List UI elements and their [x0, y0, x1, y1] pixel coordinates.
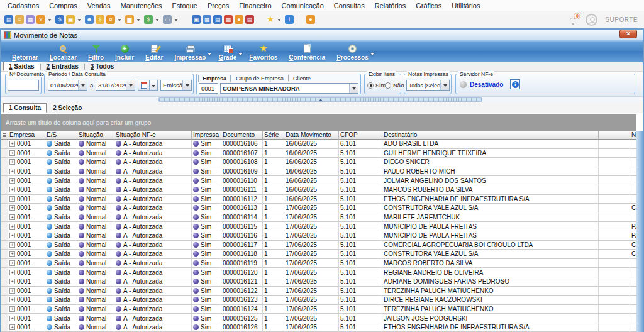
expand-row-button[interactable] [9, 224, 15, 230]
notifications-bell-icon[interactable]: 0 [568, 15, 578, 25]
column-header-impressa[interactable]: Impressa [192, 131, 221, 140]
printer-dropdown-icon[interactable] [174, 19, 178, 23]
package-icon[interactable]: ▣ [66, 15, 75, 24]
expand-row-button[interactable] [9, 150, 15, 156]
table-row[interactable]: 0001SaídaNormalA - AutorizadaSim00000161… [1, 222, 636, 231]
favoritos-button[interactable]: Favoritos [243, 41, 283, 62]
table-row[interactable]: 0001SaídaNormalA - AutorizadaSim00000161… [1, 268, 636, 277]
cart-icon[interactable]: ¤ [106, 15, 115, 24]
column-header-documento[interactable]: Documento [221, 131, 263, 140]
table-row[interactable]: 0001SaídaNormalA - AutorizadaSim00000161… [1, 176, 636, 185]
expand-row-button[interactable] [9, 159, 15, 165]
table-row[interactable]: 0001SaídaNormalA - AutorizadaSim00000161… [1, 195, 636, 204]
menu-item-estoque[interactable]: Estoque [167, 1, 203, 10]
menu-item-cadastros[interactable]: Cadastros [3, 1, 44, 10]
expand-row-button[interactable] [9, 187, 15, 192]
expand-row-button[interactable] [9, 169, 15, 174]
date-mode-combo[interactable]: Emissão [160, 80, 192, 91]
calendar-red-icon[interactable]: ▦ [224, 15, 233, 24]
date-mode-dropdown-icon[interactable] [182, 80, 191, 90]
result-tab-2-selecao[interactable]: 2 Seleção [47, 103, 87, 113]
printer-icon[interactable]: ▭ [163, 15, 172, 24]
column-header-blank-11[interactable] [599, 131, 630, 140]
view-tab-1-saidas[interactable]: 1 Saídas [3, 62, 40, 71]
menu-item-compras[interactable]: Compras [44, 1, 82, 10]
menu-item-vendas[interactable]: Vendas [82, 1, 116, 10]
table-row[interactable]: 0001SaídaNormalA - AutorizadaSim00000161… [1, 250, 636, 259]
radio-nao-icon[interactable] [385, 82, 391, 89]
monitor-icon[interactable]: ▣ [192, 15, 201, 24]
incluir-button[interactable]: Incluir [109, 41, 140, 62]
grade-dropdown-icon[interactable] [238, 53, 242, 57]
expand-row-button[interactable] [9, 279, 15, 284]
calculator-icon[interactable]: ▦ [203, 15, 211, 24]
empresa-tab-cliente[interactable]: Cliente [289, 75, 315, 82]
expand-row-button[interactable] [9, 233, 15, 238]
localizar-button[interactable]: Localizar [44, 41, 82, 62]
nfe-info-button[interactable] [510, 79, 520, 89]
editar-button[interactable]: Editar [140, 41, 169, 62]
menu-item-comunicacao[interactable]: Comunicação [277, 1, 329, 10]
expand-row-button[interactable] [9, 242, 15, 248]
menu-item-consultas[interactable]: Consultas [329, 1, 370, 10]
expand-row-button[interactable] [9, 270, 15, 275]
info-icon[interactable]: i [285, 15, 294, 24]
help-orange-icon[interactable]: ● [306, 15, 315, 24]
table-row[interactable]: 0001SaídaNormalA - AutorizadaSim00000161… [1, 149, 636, 158]
column-header-empresa[interactable]: Empresa [8, 131, 45, 140]
horizontal-splitter[interactable] [158, 97, 482, 102]
notas-impressas-dropdown-icon[interactable] [440, 80, 449, 90]
calendar-button[interactable] [138, 80, 150, 91]
retornar-button[interactable]: Retornar [6, 41, 44, 62]
empresa-code-input[interactable] [199, 83, 218, 94]
calendar-dropdown-icon[interactable] [150, 80, 158, 91]
money-bag-icon[interactable]: $ [96, 15, 104, 24]
table-row[interactable]: 0001SaídaNormalA - AutorizadaSim00000161… [1, 305, 636, 314]
view-tab-2-entradas[interactable]: 2 Entradas [41, 62, 84, 71]
table-row[interactable]: 0001SaídaNormalA - AutorizadaSim00000161… [1, 323, 636, 332]
clients-icon[interactable]: ☺ [15, 15, 24, 24]
menu-item-utilitarios[interactable]: Utilitários [447, 1, 485, 10]
view-tab-3-todos[interactable]: 3 Todos [85, 62, 120, 71]
column-header-situacao-nfe[interactable]: Situação NF-e [114, 131, 192, 140]
favorites-star-icon[interactable]: ★ [266, 15, 275, 24]
empresa-dropdown-icon[interactable] [349, 84, 358, 93]
menu-item-manutencoes[interactable]: Manutenções [115, 1, 167, 10]
date-from-combo[interactable]: 01/06/2025 [48, 80, 87, 91]
impressao-button[interactable]: Impressão [169, 41, 211, 62]
filtro-button[interactable]: Filtro [82, 41, 109, 62]
new-document-icon[interactable]: ▤ [4, 15, 13, 24]
empresa-tab-empresa[interactable]: Empresa [198, 75, 231, 82]
clock-icon[interactable]: ● [235, 15, 243, 24]
radio-sim[interactable]: Sim [367, 82, 386, 89]
table-row[interactable]: 0001SaídaNormalA - AutorizadaSim00000161… [1, 140, 636, 149]
support-label[interactable]: SUPORTE [605, 16, 638, 23]
expand-row-button[interactable] [9, 260, 15, 266]
funnel-icon[interactable]: Y [36, 15, 45, 24]
conferencia-button[interactable]: Conferência [283, 41, 331, 62]
empresa-name-combo[interactable]: COMPENSA MINERADORA [220, 83, 358, 94]
table-row[interactable]: 0001SaídaNormalA - AutorizadaSim00000161… [1, 314, 636, 323]
table-row[interactable]: 0001SaídaNormalA - AutorizadaSim00000161… [1, 287, 636, 296]
column-header-blank-0[interactable] [1, 131, 8, 140]
funnel-dropdown-icon[interactable] [48, 19, 52, 23]
column-header-situacao[interactable]: Situação [77, 131, 114, 140]
expand-row-button[interactable] [9, 316, 15, 321]
result-tab-1-consulta[interactable]: 1 Consulta [3, 103, 47, 113]
money-icon[interactable]: $ [144, 15, 153, 24]
menu-item-financeiro[interactable]: Financeiro [234, 1, 276, 10]
expand-row-button[interactable] [9, 324, 15, 330]
menu-item-relatorios[interactable]: Relatórios [370, 1, 411, 10]
card-icon[interactable]: ▦ [26, 15, 35, 24]
expand-row-button[interactable] [9, 306, 15, 312]
money-dropdown-icon[interactable] [155, 19, 159, 23]
processos-button[interactable]: Processos [331, 41, 374, 62]
table-row[interactable]: 0001SaídaNormalA - AutorizadaSim00000161… [1, 241, 636, 250]
table-row[interactable]: 0001SaídaNormalA - AutorizadaSim00000161… [1, 231, 636, 241]
table-row[interactable]: 0001SaídaNormalA - AutorizadaSim00000161… [1, 167, 636, 177]
table-row[interactable]: 0001SaídaNormalA - AutorizadaSim00000161… [1, 204, 636, 213]
expand-row-button[interactable] [9, 205, 15, 211]
splitter-collapse-grip[interactable] [316, 98, 326, 101]
menu-item-precos[interactable]: Preços [203, 1, 234, 10]
billing-icon[interactable]: $ [55, 15, 64, 24]
